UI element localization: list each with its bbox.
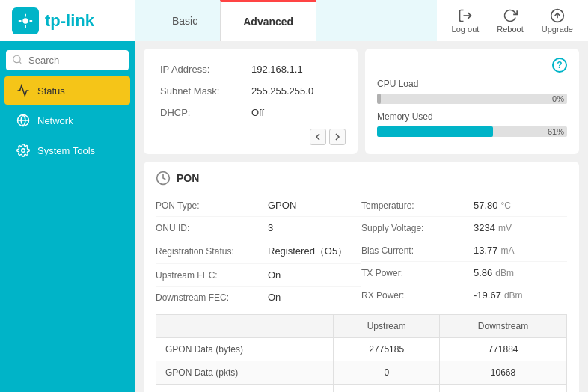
pon-section: PON PON Type: GPON ONU ID: 3 xyxy=(144,162,579,392)
pon-right: Temperature: 57.80 °C Supply Voltage: 32… xyxy=(361,195,567,308)
reboot-button[interactable]: Reboot xyxy=(489,5,530,37)
main-content: IP Address: 192.168.1.1 Subnet Mask: 255… xyxy=(135,41,588,392)
tab-advanced[interactable]: Advanced xyxy=(220,0,316,41)
cpu-label: CPU Load xyxy=(377,79,567,89)
data-table: Upstream Downstream GPON Data (bytes) 27… xyxy=(156,314,567,392)
onu-id-label: ONU ID: xyxy=(156,223,268,233)
upgrade-label: Upgrade xyxy=(542,25,573,34)
tab-basic[interactable]: Basic xyxy=(150,0,220,41)
tools-icon xyxy=(16,144,30,157)
tx-power-unit: dBm xyxy=(495,268,514,278)
row-label: GPON Data (pkts) xyxy=(156,361,334,385)
row-downstream: 10668 xyxy=(440,361,567,385)
bias-current-unit: mA xyxy=(501,245,515,256)
cpu-progress-bar: 0% xyxy=(377,94,567,104)
bias-current-value: 13.77 xyxy=(474,245,498,256)
content-area: IP Address: 192.168.1.1 Subnet Mask: 255… xyxy=(135,41,588,392)
info-row: IP Address: 192.168.1.1 Subnet Mask: 255… xyxy=(144,49,579,154)
logout-button[interactable]: Log out xyxy=(444,5,487,37)
pon-row: Temperature: 57.80 °C xyxy=(361,195,567,217)
reg-status-value: Registered（O5） xyxy=(268,245,347,258)
temperature-label: Temperature: xyxy=(361,200,474,211)
upstream-fec-label: Upstream FEC: xyxy=(156,270,268,281)
supply-voltage-value: 3234 xyxy=(474,222,495,233)
bias-current-label: Bias Current: xyxy=(361,245,474,256)
ip-label: IP Address: xyxy=(157,59,247,79)
col-header-name xyxy=(156,315,334,338)
downstream-fec-value: On xyxy=(268,292,281,303)
upgrade-button[interactable]: Upgrade xyxy=(534,5,581,37)
logo-area: tp-link xyxy=(0,0,135,41)
svg-point-8 xyxy=(22,149,25,153)
table-row: IP Address: 192.168.1.1 xyxy=(157,59,344,79)
table-row: GPON Data (bytes) 2775185 771884 xyxy=(156,338,567,361)
row-downstream: 5214 xyxy=(440,385,567,393)
pon-left: PON Type: GPON ONU ID: 3 Registration St… xyxy=(156,195,361,308)
upstream-fec-value: On xyxy=(268,269,281,281)
tx-power-value: 5.86 xyxy=(474,267,492,278)
pon-row: Registration Status: Registered（O5） xyxy=(156,239,361,264)
pon-row: ONU ID: 3 xyxy=(156,217,361,239)
nav-arrows xyxy=(156,129,346,145)
network-icon xyxy=(16,114,30,127)
pon-row: TX Power: 5.86 dBm xyxy=(361,262,567,284)
dhcp-label: DHCP: xyxy=(157,102,247,123)
col-header-upstream: Upstream xyxy=(334,315,440,338)
pon-type-value: GPON xyxy=(268,200,296,211)
sidebar-item-network[interactable]: Network xyxy=(4,106,130,135)
search-input[interactable] xyxy=(6,50,129,70)
resource-card: ? CPU Load 0% Memory Used 61% xyxy=(365,49,579,154)
dhcp-value: Off xyxy=(248,102,344,123)
help-icon[interactable]: ? xyxy=(552,58,567,73)
memory-label: Memory Used xyxy=(377,111,567,122)
row-upstream: 5279 xyxy=(334,385,440,393)
main-layout: Status Network System Tools IP Address: … xyxy=(0,41,588,392)
table-row: OMCI (pkts) 5279 5214 xyxy=(156,385,567,393)
pon-row: Downstream FEC: On xyxy=(156,287,361,308)
search-box xyxy=(6,50,129,70)
cpu-percent: 0% xyxy=(552,94,564,103)
pon-type-label: PON Type: xyxy=(156,200,268,211)
header-actions: Log out Reboot Upgrade xyxy=(437,5,588,37)
row-upstream: 0 xyxy=(334,361,440,385)
pon-title: PON xyxy=(156,171,567,186)
header: tp-link Basic Advanced Log out Reboot Up… xyxy=(0,0,588,41)
status-icon xyxy=(16,84,30,97)
temperature-value: 57.80 xyxy=(474,200,498,211)
supply-voltage-unit: mV xyxy=(498,223,512,233)
sidebar-item-system-tools[interactable]: System Tools xyxy=(4,136,130,165)
onu-id-value: 3 xyxy=(268,222,273,233)
logout-icon xyxy=(458,8,473,23)
pon-icon xyxy=(156,171,171,186)
table-row: Subnet Mask: 255.255.255.0 xyxy=(157,81,344,101)
table-row: GPON Data (pkts) 0 10668 xyxy=(156,361,567,385)
pon-row: Upstream FEC: On xyxy=(156,264,361,287)
next-arrow-icon xyxy=(334,133,341,141)
search-icon xyxy=(12,54,22,67)
sidebar-item-status[interactable]: Status xyxy=(4,76,130,105)
rx-power-unit: dBm xyxy=(504,290,523,301)
next-arrow-button[interactable] xyxy=(329,129,346,145)
reboot-label: Reboot xyxy=(497,25,523,34)
lan-table: IP Address: 192.168.1.1 Subnet Mask: 255… xyxy=(156,58,346,124)
subnet-value: 255.255.255.0 xyxy=(248,81,344,101)
supply-voltage-label: Supply Voltage: xyxy=(361,223,474,233)
prev-arrow-button[interactable] xyxy=(310,129,326,145)
pon-grid: PON Type: GPON ONU ID: 3 Registration St… xyxy=(156,195,567,308)
logout-label: Log out xyxy=(452,25,480,34)
temperature-unit: °C xyxy=(501,200,511,211)
table-header-row: Upstream Downstream xyxy=(156,315,567,338)
reg-status-label: Registration Status: xyxy=(156,246,268,257)
table-row: DHCP: Off xyxy=(157,102,344,123)
row-label: OMCI (pkts) xyxy=(156,385,334,393)
memory-percent: 61% xyxy=(548,127,564,136)
reboot-icon xyxy=(503,8,518,23)
sidebar-label-network: Network xyxy=(37,115,73,126)
logo-text: tp-link xyxy=(45,11,94,31)
memory-progress-bar: 61% xyxy=(377,126,567,137)
sidebar-label-status: Status xyxy=(37,85,65,97)
svg-line-5 xyxy=(19,61,22,64)
row-downstream: 771884 xyxy=(440,338,567,361)
nav-tabs: Basic Advanced xyxy=(135,0,437,41)
ip-value: 192.168.1.1 xyxy=(248,59,344,79)
